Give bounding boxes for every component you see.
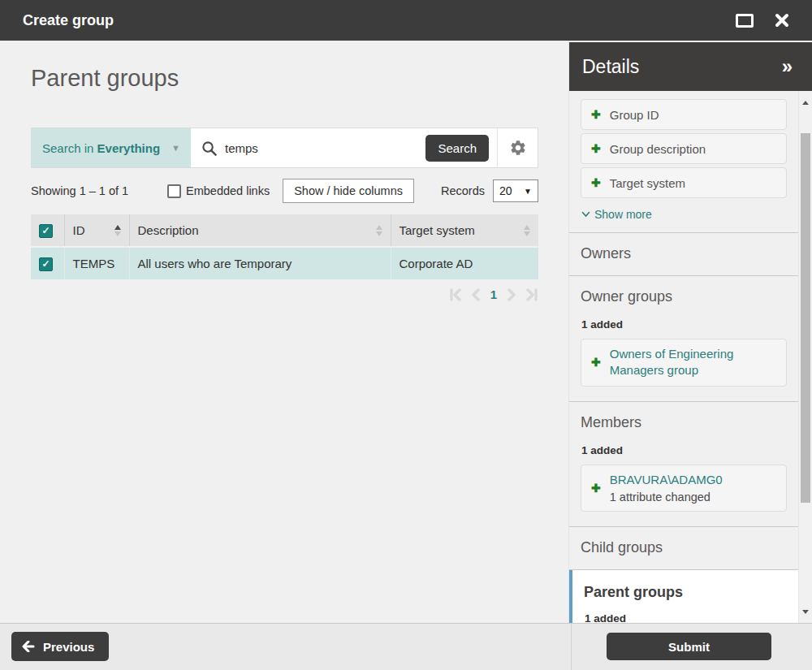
records-label: Records [441,184,485,197]
details-panel-header[interactable]: Details » [569,42,812,91]
member-attribute-note: 1 attribute changed [610,491,723,504]
owner-group-link[interactable]: Owners of Engineering Managers group [610,346,776,379]
details-scroll-area: ✚ Group ID ✚ Group description ✚ Target … [569,91,798,623]
select-all-checkbox[interactable]: ✓ [39,224,53,238]
embedded-links-checkbox[interactable]: Embedded links [167,184,270,198]
last-page-icon[interactable] [525,288,538,301]
cell-description: All users who are Temporary [129,247,391,279]
section-owner-groups: Owner groups [581,288,798,318]
row-checkbox[interactable]: ✓ [39,257,53,271]
section-divider [569,275,798,276]
parent-groups-title: Parent groups [584,584,798,612]
results-table: ✓ ID Description Target system [31,214,538,279]
plus-icon: ✚ [591,177,601,188]
section-divider [569,232,798,233]
pagination: 1 [31,287,538,301]
sort-icon[interactable] [524,225,530,236]
scroll-down-icon[interactable] [799,605,812,618]
page-number[interactable]: 1 [488,287,499,301]
attribute-target-system[interactable]: ✚ Target system [581,167,787,198]
records-select[interactable]: 20 ▼ [493,179,538,202]
footer: Previous Submit [0,623,812,670]
sort-icon[interactable] [376,225,382,236]
search-icon [201,140,217,156]
embedded-links-label: Embedded links [186,184,270,197]
next-page-icon[interactable] [507,288,517,301]
table-header-row: ✓ ID Description Target system [31,214,538,247]
plus-icon: ✚ [591,357,601,368]
chevron-down-icon: ▼ [171,143,180,153]
attribute-group-id[interactable]: ✚ Group ID [581,99,787,130]
scroll-up-icon[interactable] [799,96,812,109]
checkbox-unchecked-icon[interactable] [167,184,181,198]
parent-groups-count: 1 added [585,612,798,624]
search-scope-value: Everything [97,141,161,155]
chevron-down-icon: ▼ [524,187,532,196]
search-scope-dropdown[interactable]: Search in Everything ▼ [32,128,191,167]
chevron-down-icon [581,211,590,218]
cell-id: TEMPS [64,247,129,279]
showing-count: Showing 1 – 1 of 1 [31,184,167,197]
column-header-description[interactable]: Description [129,214,391,247]
section-parent-groups-active[interactable]: Parent groups 1 added [569,570,798,624]
titlebar: Create group [0,0,812,41]
sort-icon[interactable] [114,225,121,236]
search-settings-button[interactable] [497,128,538,167]
search-button[interactable]: Search [425,135,489,162]
section-owners: Owners [581,245,798,275]
member-item[interactable]: ✚ BRAVURA\ADAMG0 1 attribute changed [581,465,787,512]
sidebar-scrollbar[interactable] [798,91,812,623]
column-header-target-system[interactable]: Target system [391,214,538,247]
maximize-icon[interactable] [736,14,754,28]
collapse-panel-icon[interactable]: » [782,57,793,76]
plus-icon: ✚ [591,109,601,120]
records-value: 20 [499,184,512,197]
table-row[interactable]: ✓ TEMPS All users who are Temporary Corp… [31,247,538,279]
member-link[interactable]: BRAVURA\ADAMG0 [610,472,723,488]
section-child-groups: Child groups [581,539,798,569]
search-query-text: temps [225,141,258,155]
plus-icon: ✚ [591,482,601,494]
owner-groups-count: 1 added [581,318,798,331]
create-group-dialog: Create group Parent groups Search in Eve… [0,0,812,670]
previous-button[interactable]: Previous [11,632,109,661]
close-icon[interactable] [775,13,789,28]
submit-button[interactable]: Submit [607,633,771,660]
attribute-group-description[interactable]: ✚ Group description [581,133,787,164]
page-title: Parent groups [31,65,568,92]
gear-icon [509,139,527,157]
cell-target-system: Corporate AD [391,247,538,279]
members-count: 1 added [581,444,798,456]
details-panel: Details » ✚ Group ID ✚ Group description… [568,41,812,623]
column-header-id[interactable]: ID [64,214,129,247]
search-input[interactable]: temps [191,128,426,167]
dialog-title: Create group [23,12,114,29]
results-controls: Showing 1 – 1 of 1 Embedded links Show /… [31,179,538,203]
first-page-icon[interactable] [449,288,463,301]
previous-page-icon[interactable] [470,288,481,301]
show-more-link[interactable]: Show more [581,208,798,221]
section-members: Members [581,414,798,444]
search-scope-prefix: Search in [42,141,97,155]
arrow-left-icon [22,641,35,652]
scrollbar-thumb[interactable] [801,133,810,503]
details-title: Details [582,56,639,78]
section-divider [569,526,798,527]
search-bar: Search in Everything ▼ temps Search [31,128,538,168]
plus-icon: ✚ [591,143,601,154]
main-content: Parent groups Search in Everything ▼ tem… [0,41,568,623]
show-hide-columns-button[interactable]: Show / hide columns [283,179,414,203]
owner-group-item[interactable]: ✚ Owners of Engineering Managers group [581,339,787,387]
footer-divider [571,624,572,670]
section-divider [569,401,798,402]
